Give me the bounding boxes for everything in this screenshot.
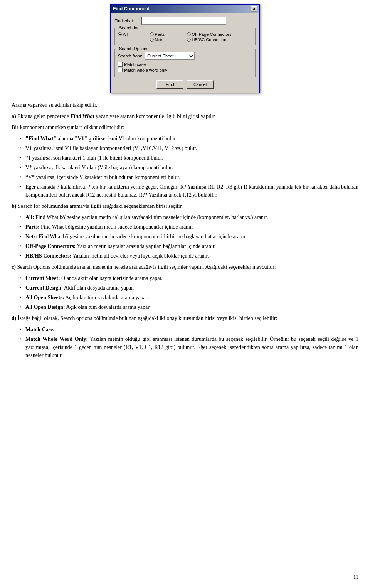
find-button[interactable]: Find xyxy=(156,80,183,89)
dialog-titlebar: Find Component ✕ xyxy=(111,5,259,13)
radio-all[interactable]: All xyxy=(118,32,148,37)
match-whole-word-checkbox[interactable] xyxy=(118,68,123,72)
match-case-row[interactable]: Match case xyxy=(118,62,252,67)
para-a: a) Ekrana gelen pencerede Find What yaza… xyxy=(12,112,358,120)
radio-offpage-label: Off-Page Connectors xyxy=(192,32,232,37)
find-what-label: Find what: xyxy=(114,19,141,23)
intro-para: Arama yaparken şu adımlar takip edilir. xyxy=(12,101,358,109)
cancel-button[interactable]: Cancel xyxy=(187,80,214,89)
bullets-c: Current Sheet: O anda aktif olan sayfa i… xyxy=(12,274,358,311)
search-from-label: Search from: xyxy=(118,54,142,58)
search-options-legend: Search Options xyxy=(118,46,150,51)
bullet-b-2: Parts: Find What bölgesine yazılan metin… xyxy=(19,223,358,231)
find-what-input[interactable] xyxy=(141,17,226,25)
bullet-a-3: *1 yazılırsa, son karakteri 1 olan (1 il… xyxy=(19,154,358,162)
bullet-c-2: Current Design: Aktif olan dosyada arama… xyxy=(19,284,358,292)
bullet-a-2: V1 yazılırsa, ismi V1 ile başlayan kompo… xyxy=(19,144,358,152)
bullet-a-6: Eğer aramada ? kullanılırsa, ? tek bir k… xyxy=(19,183,358,199)
bullet-a-4: V* yazılırsa, ilk karakteri V olan (V il… xyxy=(19,163,358,172)
match-case-checkbox[interactable] xyxy=(118,62,123,67)
find-what-row: Find what: xyxy=(114,17,256,25)
search-from-select[interactable]: Current Sheet xyxy=(145,52,195,60)
main-content: Arama yaparken şu adımlar takip edilir. … xyxy=(0,101,370,378)
radio-offpage-btn[interactable] xyxy=(187,32,191,36)
radio-hbsc[interactable]: HB/SC Connectors xyxy=(187,37,252,42)
close-button[interactable]: ✕ xyxy=(251,6,257,12)
search-for-legend: Search for xyxy=(118,25,140,30)
radio-nets-btn[interactable] xyxy=(150,38,154,42)
match-case-label: Match case xyxy=(124,62,146,67)
bullet-c-4: All Open Design: Açık olan tüm dosyalard… xyxy=(19,303,358,311)
dialog-overlay: Find Component ✕ Find what: Search for A… xyxy=(0,0,370,93)
page-number: 11 xyxy=(353,574,358,580)
bullets-a: "Find What" alanına "V1" girilirse, ismi… xyxy=(12,135,358,199)
bullet-a-1: "Find What" alanına "V1" girilirse, ismi… xyxy=(19,135,358,143)
bullet-b-3: Nets: Find What bölgesine yazılan metin … xyxy=(19,233,358,241)
match-whole-word-label: Match whole word only xyxy=(124,68,167,72)
bullet-d-2: Match Whole Word Only: Yazılan metnin ol… xyxy=(19,335,358,359)
para-b: b) Search for bölümünden aramayla ilgili… xyxy=(12,202,358,210)
search-for-grid: All Parts Off-Page Connectors Nets xyxy=(118,30,252,42)
match-whole-word-row[interactable]: Match whole word only xyxy=(118,68,252,72)
radio-all-btn[interactable] xyxy=(118,32,122,36)
bullet-c-1: Current Sheet: O anda aktif olan sayfa i… xyxy=(19,274,358,282)
radio-hbsc-btn[interactable] xyxy=(187,38,191,42)
radio-parts[interactable]: Parts xyxy=(150,32,185,37)
radio-parts-btn[interactable] xyxy=(150,32,154,36)
radio-nets-label: Nets xyxy=(155,37,164,42)
bullets-b: All: Find What bölgesine yazılan metin ç… xyxy=(12,213,358,260)
bullet-d-1: Match Case: xyxy=(19,325,358,334)
dialog-title: Find Component xyxy=(113,6,150,12)
bullet-b-4: Off-Page Connectors: Yazılan metin sayfa… xyxy=(19,242,358,250)
bullet-b-1: All: Find What bölgesine yazılan metin ç… xyxy=(19,213,358,221)
radio-hbsc-label: HB/SC Connectors xyxy=(192,37,228,42)
bullet-c-3: All Open Sheets: Açık olan tüm sayfalard… xyxy=(19,293,358,302)
find-component-dialog: Find Component ✕ Find what: Search for A… xyxy=(110,4,260,93)
bullet-b-5: HB/HS Connectors: Yazılan metin alt devr… xyxy=(19,252,358,260)
radio-parts-label: Parts xyxy=(155,32,165,37)
para-b-intro: Bir komponent aranırken şunlara dikkat e… xyxy=(12,123,358,131)
bullets-d: Match Case: Match Whole Word Only: Yazıl… xyxy=(12,325,358,359)
para-d-intro: d) İsteğe bağlı olarak, Search options b… xyxy=(12,314,358,322)
search-options-group: Search Options Search from: Current Shee… xyxy=(114,49,256,77)
para-c: c) Search Options bölümünde aranan nesne… xyxy=(12,263,358,271)
search-from-row: Search from: Current Sheet xyxy=(118,52,252,60)
dialog-buttons: Find Cancel xyxy=(114,80,256,89)
radio-all-label: All xyxy=(123,32,128,37)
radio-nets[interactable]: Nets xyxy=(150,37,185,42)
radio-offpage[interactable]: Off-Page Connectors xyxy=(187,32,252,37)
para-a-text: a) Ekrana gelen pencerede Find What yaza… xyxy=(12,113,216,119)
search-for-group: Search for All Parts Off-Page Connectors xyxy=(114,28,256,45)
dialog-body: Find what: Search for All Parts xyxy=(111,13,259,93)
bullet-a-5: *V* yazılırsa, içerisinde V karakterini … xyxy=(19,173,358,181)
